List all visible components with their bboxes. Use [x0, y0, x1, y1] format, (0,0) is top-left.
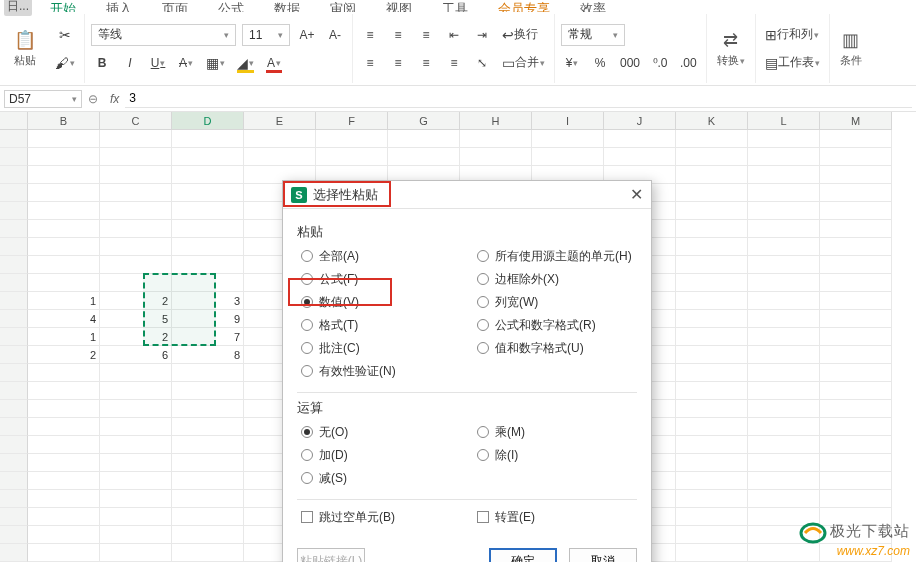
cell[interactable] — [100, 220, 172, 238]
cell[interactable] — [100, 130, 172, 148]
cell[interactable] — [820, 238, 892, 256]
cell[interactable] — [28, 472, 100, 490]
menu-tab-0[interactable]: 开始 — [50, 0, 76, 12]
cell[interactable] — [676, 310, 748, 328]
cell[interactable] — [244, 130, 316, 148]
col-header-F[interactable]: F — [316, 112, 388, 130]
wrap-text-button[interactable]: ↩换行 — [499, 24, 541, 46]
col-header-E[interactable]: E — [244, 112, 316, 130]
cell[interactable] — [820, 328, 892, 346]
cell[interactable] — [676, 166, 748, 184]
cell[interactable] — [820, 184, 892, 202]
menu-tab-8[interactable]: 会员专享 — [498, 0, 550, 12]
align-bottom-button[interactable]: ≡ — [415, 24, 437, 46]
cell[interactable] — [676, 274, 748, 292]
cell[interactable] — [748, 184, 820, 202]
cell[interactable]: 9 — [172, 310, 244, 328]
paste-radio-r4[interactable]: 值和数字格式(U) — [477, 337, 633, 359]
cell[interactable] — [676, 508, 748, 526]
row-header[interactable] — [0, 346, 28, 364]
cell[interactable] — [820, 274, 892, 292]
col-header-H[interactable]: H — [460, 112, 532, 130]
align-center-button[interactable]: ≡ — [387, 52, 409, 74]
cell[interactable] — [748, 382, 820, 400]
italic-button[interactable]: I — [119, 52, 141, 74]
paste-radio-r0[interactable]: 所有使用源主题的单元(H) — [477, 245, 633, 267]
cell[interactable] — [676, 130, 748, 148]
cell[interactable] — [748, 364, 820, 382]
indent-decrease-button[interactable]: ⇤ — [443, 24, 465, 46]
cell[interactable] — [820, 346, 892, 364]
cell[interactable] — [748, 220, 820, 238]
strikethrough-button[interactable]: A▾ — [175, 52, 197, 74]
cell[interactable] — [28, 238, 100, 256]
cell[interactable] — [28, 526, 100, 544]
cell[interactable] — [172, 418, 244, 436]
col-header-G[interactable]: G — [388, 112, 460, 130]
op-radio-r0[interactable]: 乘(M) — [477, 421, 633, 443]
cut-button[interactable]: ✂ — [52, 24, 78, 46]
cell[interactable] — [676, 544, 748, 562]
cell[interactable] — [28, 220, 100, 238]
align-right-button[interactable]: ≡ — [415, 52, 437, 74]
row-header[interactable] — [0, 130, 28, 148]
font-color-button[interactable]: A▾ — [263, 52, 285, 74]
cell[interactable] — [100, 274, 172, 292]
cell[interactable] — [28, 274, 100, 292]
row-header[interactable] — [0, 472, 28, 490]
indent-increase-button[interactable]: ⇥ — [471, 24, 493, 46]
cell[interactable] — [748, 472, 820, 490]
cell[interactable] — [748, 166, 820, 184]
cell[interactable] — [100, 166, 172, 184]
bold-button[interactable]: B — [91, 52, 113, 74]
cell[interactable] — [172, 544, 244, 562]
cell[interactable] — [820, 148, 892, 166]
cell[interactable] — [172, 238, 244, 256]
cell[interactable] — [820, 454, 892, 472]
paste-radio-l5[interactable]: 有效性验证(N) — [301, 360, 457, 382]
cell[interactable] — [748, 310, 820, 328]
row-header[interactable] — [0, 292, 28, 310]
rowcol-button[interactable]: ⊞ 行和列▾ — [762, 24, 822, 46]
cell[interactable] — [172, 472, 244, 490]
row-header[interactable] — [0, 148, 28, 166]
paste-radio-r1[interactable]: 边框除外(X) — [477, 268, 633, 290]
underline-button[interactable]: U▾ — [147, 52, 169, 74]
cell[interactable] — [748, 418, 820, 436]
cell[interactable] — [100, 490, 172, 508]
cell[interactable] — [676, 220, 748, 238]
align-left-button[interactable]: ≡ — [359, 52, 381, 74]
cell[interactable] — [820, 256, 892, 274]
convert-button[interactable]: ⇄ 转换▾ — [713, 27, 749, 70]
cell[interactable] — [748, 454, 820, 472]
cell[interactable] — [676, 382, 748, 400]
cell[interactable]: 4 — [28, 310, 100, 328]
cell[interactable] — [604, 148, 676, 166]
cell[interactable]: 5 — [100, 310, 172, 328]
row-header[interactable] — [0, 166, 28, 184]
row-header[interactable] — [0, 418, 28, 436]
cell[interactable] — [28, 400, 100, 418]
cell[interactable] — [748, 328, 820, 346]
increase-font-button[interactable]: A+ — [296, 24, 318, 46]
cell[interactable] — [676, 184, 748, 202]
cell[interactable] — [172, 436, 244, 454]
merge-button[interactable]: ▭合并▾ — [499, 52, 548, 74]
cell[interactable]: 8 — [172, 346, 244, 364]
col-header-I[interactable]: I — [532, 112, 604, 130]
cell[interactable] — [28, 148, 100, 166]
row-header[interactable] — [0, 454, 28, 472]
cell[interactable] — [100, 238, 172, 256]
ok-button[interactable]: 确定 — [489, 548, 557, 562]
format-painter-button[interactable]: 🖌▾ — [52, 52, 78, 74]
row-header[interactable] — [0, 202, 28, 220]
transpose-checkbox[interactable]: 转置(E) — [477, 506, 633, 528]
cell[interactable] — [244, 148, 316, 166]
cell[interactable] — [100, 382, 172, 400]
cell[interactable] — [676, 292, 748, 310]
cell[interactable] — [748, 148, 820, 166]
cell[interactable] — [28, 364, 100, 382]
select-all-corner[interactable] — [0, 112, 28, 130]
cell[interactable] — [172, 400, 244, 418]
cell[interactable] — [820, 166, 892, 184]
